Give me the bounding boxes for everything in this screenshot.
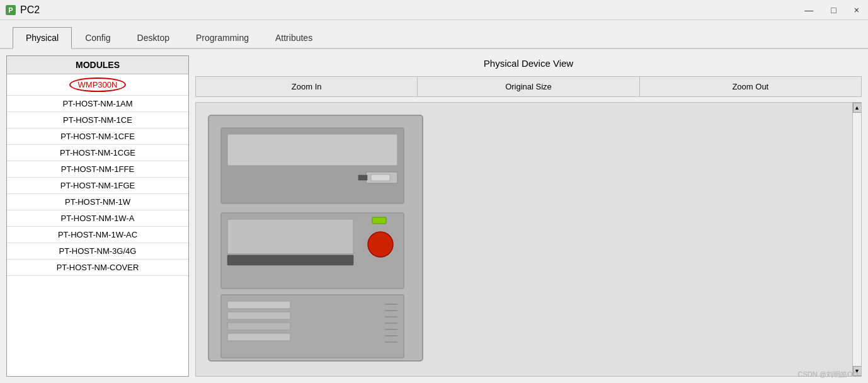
tabbar: Physical Config Desktop Programming Attr… (0, 20, 868, 49)
module-item-wmp300n[interactable]: WMP300N (7, 74, 188, 96)
scroll-track (854, 113, 861, 366)
close-button[interactable]: × (850, 4, 863, 16)
titlebar-icon: P (5, 4, 16, 16)
maximize-button[interactable]: □ (827, 4, 840, 16)
tab-desktop[interactable]: Desktop (124, 27, 183, 48)
titlebar: P PC2 — □ × (0, 0, 868, 20)
module-item-pt-host-nm-1am[interactable]: PT-HOST-NM-1AM (7, 96, 188, 112)
tab-attributes[interactable]: Attributes (262, 27, 326, 48)
module-item-pt-host-nm-1w-ac[interactable]: PT-HOST-NM-1W-AC (7, 227, 188, 243)
device-panel: Physical Device View Zoom In Original Si… (195, 55, 862, 377)
svg-rect-11 (372, 217, 386, 224)
svg-rect-9 (227, 219, 353, 254)
titlebar-title: PC2 (20, 4, 40, 16)
device-view: ▲ ▼ (195, 102, 862, 377)
minimize-button[interactable]: — (801, 4, 817, 16)
svg-rect-17 (227, 333, 290, 341)
watermark: CSDN @刘明皓OO (797, 370, 858, 379)
zoom-out-button[interactable]: Zoom Out (640, 77, 861, 96)
module-item-pt-host-nm-1cge[interactable]: PT-HOST-NM-1CGE (7, 145, 188, 161)
titlebar-controls: — □ × (801, 0, 863, 20)
device-scrollbar[interactable]: ▲ ▼ (852, 103, 861, 376)
svg-rect-7 (358, 175, 367, 180)
svg-point-12 (368, 232, 393, 257)
svg-rect-6 (371, 174, 390, 181)
svg-rect-16 (227, 323, 290, 330)
svg-rect-10 (227, 255, 353, 265)
modules-header: MODULES (7, 56, 188, 74)
module-item-pt-host-nm-1w[interactable]: PT-HOST-NM-1W (7, 194, 188, 210)
module-item-pt-host-nm-1ffe[interactable]: PT-HOST-NM-1FFE (7, 161, 188, 178)
modules-panel: MODULES WMP300N PT-HOST-NM-1AM PT-HOST-N… (6, 55, 189, 377)
zoom-in-button[interactable]: Zoom In (196, 77, 418, 96)
main-content: MODULES WMP300N PT-HOST-NM-1AM PT-HOST-N… (0, 49, 868, 383)
module-item-pt-host-nm-1fge[interactable]: PT-HOST-NM-1FGE (7, 178, 188, 194)
original-size-button[interactable]: Original Size (418, 77, 639, 96)
module-item-pt-host-nm-1cfe[interactable]: PT-HOST-NM-1CFE (7, 129, 188, 145)
svg-rect-4 (227, 134, 397, 166)
svg-rect-15 (227, 312, 290, 319)
modules-list[interactable]: WMP300N PT-HOST-NM-1AM PT-HOST-NM-1CE PT… (7, 74, 188, 376)
module-item-pt-host-nm-1w-a[interactable]: PT-HOST-NM-1W-A (7, 210, 188, 227)
tab-programming[interactable]: Programming (183, 27, 262, 48)
tab-config[interactable]: Config (72, 27, 123, 48)
device-panel-title: Physical Device View (195, 55, 862, 71)
scroll-up-arrow[interactable]: ▲ (853, 103, 862, 113)
svg-text:P: P (8, 6, 13, 14)
module-item-pt-host-nm-3g4g[interactable]: PT-HOST-NM-3G/4G (7, 243, 188, 260)
module-item-pt-host-nm-cover[interactable]: PT-HOST-NM-COVER (7, 260, 188, 276)
svg-rect-14 (227, 301, 290, 309)
pc-tower-image (202, 109, 435, 367)
zoom-buttons: Zoom In Original Size Zoom Out (195, 76, 862, 97)
module-item-pt-host-nm-1ce[interactable]: PT-HOST-NM-1CE (7, 112, 188, 129)
tab-physical[interactable]: Physical (13, 27, 72, 49)
